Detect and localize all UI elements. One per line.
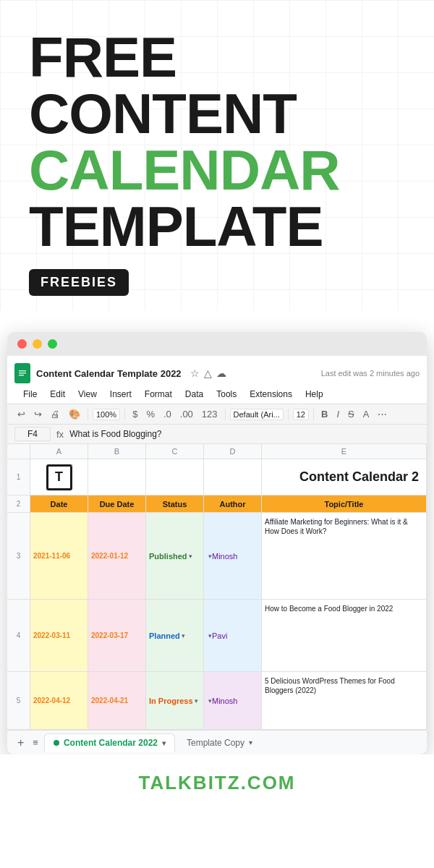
row-num-3: 3 xyxy=(7,513,30,599)
hero-title: FREE CONTENT CALENDAR TEMPLATE xyxy=(29,29,405,255)
cell-5-status: In Progress ▾ xyxy=(146,672,204,729)
font-selector[interactable]: Default (Ari... xyxy=(230,409,284,420)
topic-value-3: Affiliate Marketing for Beginners: What … xyxy=(265,517,423,536)
toolbar-sep-4 xyxy=(288,409,289,420)
last-edit-label: Last edit was 2 minutes ago xyxy=(321,369,420,378)
due-date-value-5: 2022-04-21 xyxy=(91,697,128,705)
menu-insert[interactable]: Insert xyxy=(109,388,133,401)
tab-dot-active xyxy=(54,740,59,746)
date-value-4: 2022-03-11 xyxy=(33,631,70,639)
tab-template-copy[interactable]: Template Copy ▾ xyxy=(178,733,261,752)
cell-3-due-date: 2022-01-12 xyxy=(88,513,146,599)
italic-button[interactable]: I xyxy=(333,407,342,421)
status-dropdown-3[interactable]: ▾ xyxy=(189,553,192,560)
currency-button[interactable]: $ xyxy=(129,407,140,421)
title-line-3: CALENDAR xyxy=(29,142,405,198)
freebies-badge: FREEBIES xyxy=(29,269,129,296)
zoom-selector[interactable]: 100% xyxy=(93,409,120,420)
author-value-4: Pavi xyxy=(212,631,227,640)
brand-dot: . xyxy=(241,772,247,793)
brand-part1: TALKBITZ xyxy=(138,772,240,793)
header-status: Status xyxy=(146,495,204,512)
cell-1d xyxy=(146,459,204,495)
title-line-2: CONTENT xyxy=(29,85,405,142)
undo-button[interactable]: ↩ xyxy=(14,407,28,421)
header-author: Author xyxy=(204,495,262,512)
menu-data[interactable]: Data xyxy=(184,388,205,401)
cell-reference[interactable]: F4 xyxy=(14,427,51,441)
tab-content-calendar[interactable]: Content Calendar 2022 ▾ xyxy=(44,733,175,752)
close-window-button[interactable] xyxy=(17,339,27,349)
grid-row-1: 1 T Content Calendar 2 xyxy=(7,459,427,495)
maximize-window-button[interactable] xyxy=(48,339,57,349)
formula-content[interactable]: What is Food Blogging? xyxy=(69,429,161,439)
status-dropdown-4[interactable]: ▾ xyxy=(182,632,185,639)
redo-button[interactable]: ↪ xyxy=(31,407,45,421)
menu-help[interactable]: Help xyxy=(304,388,325,401)
bold-button[interactable]: B xyxy=(318,407,331,421)
menu-file[interactable]: File xyxy=(22,388,38,401)
sheet-tabs-bar: + ≡ Content Calendar 2022 ▾ Template Cop… xyxy=(7,730,427,754)
menu-view[interactable]: View xyxy=(77,388,98,401)
header-date: Date xyxy=(30,495,88,512)
svg-rect-2 xyxy=(19,373,26,374)
row-num-5: 5 xyxy=(7,672,30,729)
row-num-4: 4 xyxy=(7,600,30,671)
row-num-2: 2 xyxy=(7,495,30,512)
cell-3-topic: Affiliate Marketing for Beginners: What … xyxy=(262,513,427,599)
toolbar: ↩ ↪ 🖨 🎨 100% $ % .0 .00 123 Default (Ari… xyxy=(7,404,427,425)
menu-edit[interactable]: Edit xyxy=(48,388,67,401)
sheets-header: Content Calendar Template 2022 ☆ △ ☁ Las… xyxy=(7,356,427,404)
status-dropdown-5[interactable]: ▾ xyxy=(195,697,198,705)
tab-label-2: Template Copy xyxy=(187,738,244,748)
cloud-icon[interactable]: ☁ xyxy=(216,367,226,379)
more-button[interactable]: ⋯ xyxy=(375,407,390,421)
number-format-button[interactable]: 123 xyxy=(199,407,221,421)
title-line-4: TEMPLATE xyxy=(29,198,405,255)
menu-format[interactable]: Format xyxy=(143,388,174,401)
minimize-window-button[interactable] xyxy=(33,339,42,349)
col-header-b[interactable]: A xyxy=(30,444,88,459)
sheet-menu-button[interactable]: ≡ xyxy=(30,734,41,751)
cell-5-topic: 5 Delicious WordPress Themes for Food Bl… xyxy=(262,672,427,729)
col-header-e[interactable]: D xyxy=(204,444,262,459)
cell-4-author: ▾ Pavi xyxy=(204,600,262,671)
col-header-f[interactable]: E xyxy=(262,444,427,459)
cell-4-due-date: 2022-03-17 xyxy=(88,600,146,671)
decimal-decrease-button[interactable]: .0 xyxy=(161,407,174,421)
percent-button[interactable]: % xyxy=(143,407,158,421)
tab-chevron-2: ▾ xyxy=(249,739,252,746)
cell-3-date: 2021-11-06 xyxy=(30,513,88,599)
menu-extensions[interactable]: Extensions xyxy=(248,388,294,401)
drive-icon[interactable]: △ xyxy=(204,367,212,379)
topic-value-5: 5 Delicious WordPress Themes for Food Bl… xyxy=(265,676,423,695)
text-color-button[interactable]: A xyxy=(360,407,373,421)
spreadsheet-mockup: Content Calendar Template 2022 ☆ △ ☁ Las… xyxy=(7,332,427,754)
menu-tools[interactable]: Tools xyxy=(215,388,238,401)
print-button[interactable]: 🖨 xyxy=(48,407,63,421)
header-topic: Topic/Title xyxy=(262,495,427,512)
title-line-1: FREE xyxy=(29,29,405,85)
star-icon[interactable]: ☆ xyxy=(190,367,200,379)
cell-4-status: Planned ▾ xyxy=(146,600,204,671)
column-header-row: A B C D E xyxy=(7,444,427,459)
decimal-increase-button[interactable]: .00 xyxy=(177,407,196,421)
document-title: Content Calendar Template 2022 xyxy=(36,368,182,379)
col-header-d[interactable]: C xyxy=(146,444,204,459)
row-num-1: 1 xyxy=(7,459,30,495)
logo-cell: T xyxy=(30,459,88,495)
toolbar-sep-5 xyxy=(313,409,314,420)
add-sheet-button[interactable]: + xyxy=(14,733,27,752)
paint-format-button[interactable]: 🎨 xyxy=(66,407,83,421)
col-header-c[interactable]: B xyxy=(88,444,146,459)
tab-label-1: Content Calendar 2022 xyxy=(64,738,158,748)
grid-row-3: 3 2021-11-06 2022-01-12 Published ▾ ▾ Mi… xyxy=(7,513,427,600)
svg-rect-3 xyxy=(19,375,24,376)
font-size-selector[interactable]: 12 xyxy=(293,409,309,420)
status-value-4: Planned xyxy=(149,631,180,640)
menu-bar: File Edit View Insert Format Data Tools … xyxy=(14,386,420,404)
cell-5-date: 2022-04-12 xyxy=(30,672,88,729)
sheet-doc-title: Content Calendar 2 xyxy=(262,459,427,495)
brand-name: TALKBITZ.COM xyxy=(0,772,434,794)
strikethrough-button[interactable]: S xyxy=(345,407,357,421)
